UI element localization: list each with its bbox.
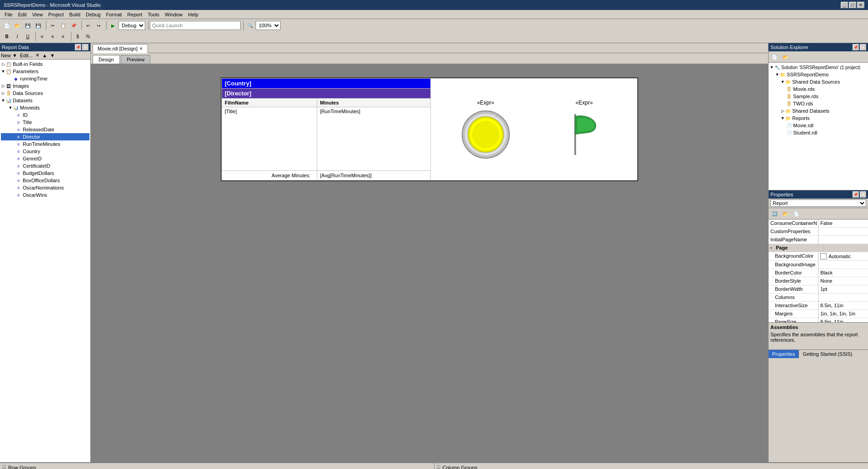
menu-file[interactable]: File xyxy=(2,11,15,18)
gauge2-label: «Expr» xyxy=(576,100,593,106)
menu-report[interactable]: Report xyxy=(124,11,145,18)
preview-tab[interactable]: Preview xyxy=(121,55,150,64)
tree-field-country[interactable]: ≡Country xyxy=(1,148,89,155)
menu-help[interactable]: Help xyxy=(185,11,201,18)
prop-pages-btn[interactable]: 📄 xyxy=(791,209,801,218)
sol-toolbar-btn2[interactable]: 📂 xyxy=(780,52,790,61)
title-bar-buttons[interactable]: _ □ ✕ xyxy=(841,2,864,8)
tree-field-certificateid[interactable]: ≡CertificateID xyxy=(1,162,89,170)
format-currency[interactable]: $ xyxy=(73,32,83,41)
tree-field-oscarnominations[interactable]: ≡OscarNominations xyxy=(1,184,89,191)
menu-project[interactable]: Project xyxy=(45,11,66,18)
tree-field-budgetdollars[interactable]: ≡BudgetDollars xyxy=(1,170,89,177)
align-right[interactable]: ≡ xyxy=(58,32,68,41)
expand-icon: ▷ xyxy=(1,62,5,66)
menu-view[interactable]: View xyxy=(30,11,46,18)
tree-report-student[interactable]: 📄 Student.rdl xyxy=(769,129,867,136)
zoom-fit[interactable]: 🔍 xyxy=(245,21,255,30)
tree-field-releaseddate[interactable]: ≡ReleasedDate xyxy=(1,126,89,133)
undo-button[interactable]: ↩ xyxy=(83,21,93,30)
tree-datasets[interactable]: ▼ 📊 Datasets xyxy=(1,97,89,104)
tree-reports[interactable]: ▼ 📁 Reports xyxy=(769,115,867,122)
design-canvas[interactable]: [Country] «Expr» xyxy=(91,64,768,462)
menu-format[interactable]: Format xyxy=(104,11,125,18)
redo-button[interactable]: ↪ xyxy=(94,21,104,30)
properties-tab[interactable]: Properties xyxy=(769,350,799,358)
debug-dropdown[interactable]: Debug xyxy=(118,21,145,30)
sol-toolbar-btn1[interactable]: 📄 xyxy=(769,52,779,61)
tree-runningtime[interactable]: ◆ runningTime xyxy=(1,75,89,82)
properties-table: ConsumeContainerN False CustomProperties… xyxy=(769,220,868,322)
tree-ds-sample[interactable]: 🗄 Sample.rds xyxy=(769,93,867,100)
prop-close-button[interactable]: ✕ xyxy=(860,191,866,198)
save-button[interactable]: 💾 xyxy=(23,21,33,30)
sol-close-button[interactable]: ✕ xyxy=(860,44,866,50)
tree-project[interactable]: ▼ 📁 SSRSReportDemo xyxy=(769,71,867,78)
runtimeminutes-cell: [RunTimeMinutes] xyxy=(317,107,430,171)
tree-field-oscarwins[interactable]: ≡OscarWins xyxy=(1,191,89,199)
tree-solution[interactable]: ▼ 🔧 Solution 'SSRSReportDemo' (1 project… xyxy=(769,64,867,71)
italic-button[interactable]: I xyxy=(12,32,22,41)
tree-field-runtimeminutes[interactable]: ≡RunTimeMinutes xyxy=(1,140,89,148)
move-up-button[interactable]: ▲ xyxy=(42,53,47,58)
copy-button[interactable]: 📋 xyxy=(58,21,68,30)
design-tab[interactable]: Design xyxy=(93,55,120,64)
field-icon: ≡ xyxy=(15,185,22,191)
tree-parameters[interactable]: ▼ 📋 Parameters xyxy=(1,68,89,75)
bold-button[interactable]: B xyxy=(2,32,12,41)
tab-close-icon[interactable]: ✕ xyxy=(139,46,143,51)
sol-pin-button[interactable]: 📌 xyxy=(853,44,859,50)
menu-debug[interactable]: Debug xyxy=(83,11,103,18)
maximize-button[interactable]: □ xyxy=(849,2,856,8)
tree-ds-two[interactable]: 🗄 TWO.rds xyxy=(769,100,867,107)
main-container: Report Data 📌 ✕ New ▼ Edit... ✕ ▲ ▼ ▷ 📋 … xyxy=(0,43,868,462)
tree-builtin-fields[interactable]: ▷ 📋 Built-in Fields xyxy=(1,60,89,68)
tree-movieids[interactable]: ▼ 📊 Movieids xyxy=(1,104,89,111)
properties-object-select[interactable]: Report xyxy=(770,200,866,207)
format-percent[interactable]: % xyxy=(83,32,93,41)
prop-pin-button[interactable]: 📌 xyxy=(853,191,859,198)
menu-window[interactable]: Window xyxy=(162,11,185,18)
align-center[interactable]: ≡ xyxy=(48,32,58,41)
minimize-button[interactable]: _ xyxy=(841,2,848,8)
tree-images[interactable]: ▷ 🖼 Images xyxy=(1,82,89,90)
tab-movie-rdl[interactable]: Movie.rdl [Design] ✕ xyxy=(93,44,148,53)
tree-report-movie[interactable]: 📄 Movie.rdl xyxy=(769,122,867,129)
tree-datasources[interactable]: ▷ 🗄 Data Sources xyxy=(1,90,89,97)
edit-item-button[interactable]: Edit... xyxy=(20,53,33,58)
move-down-button[interactable]: ▼ xyxy=(50,53,55,58)
tree-field-title[interactable]: ≡Title xyxy=(1,119,89,126)
panel-pin-button[interactable]: 📌 xyxy=(75,44,81,50)
open-button[interactable]: 📂 xyxy=(12,21,22,30)
toolbar-row-1: 📄 📂 💾 💾 ✂ 📋 📌 ↩ ↪ ▶ Debug 🔍 100% xyxy=(0,20,868,31)
tree-field-id[interactable]: ≡ID xyxy=(1,111,89,119)
tree-field-director[interactable]: ≡Director xyxy=(1,133,89,140)
tree-field-genreid[interactable]: ≡GenreID xyxy=(1,155,89,162)
report-table: [Country] «Expr» xyxy=(222,78,637,180)
close-button[interactable]: ✕ xyxy=(857,2,864,8)
field-icon: ≡ xyxy=(15,112,22,118)
save-all-button[interactable]: 💾 xyxy=(33,21,43,30)
getting-started-tab[interactable]: Getting Started (SSIS) xyxy=(799,350,856,358)
delete-item-button[interactable]: ✕ xyxy=(35,52,39,58)
menu-edit[interactable]: Edit xyxy=(15,11,30,18)
tree-shared-ds[interactable]: ▼ 📁 Shared Data Sources xyxy=(769,78,867,85)
tree-shared-datasets[interactable]: ▷ 📁 Shared Datasets xyxy=(769,107,867,115)
start-button[interactable]: ▶ xyxy=(108,21,118,30)
menu-tools[interactable]: Tools xyxy=(145,11,162,18)
report-data-tree: ▷ 📋 Built-in Fields ▼ 📋 Parameters ◆ run… xyxy=(0,60,90,462)
new-item-button[interactable]: New ▼ xyxy=(1,53,17,58)
zoom-dropdown[interactable]: 100% xyxy=(256,21,281,30)
menu-build[interactable]: Build xyxy=(67,11,83,18)
new-button[interactable]: 📄 xyxy=(2,21,12,30)
align-left[interactable]: ≡ xyxy=(37,32,47,41)
prop-sort-btn[interactable]: 🔤 xyxy=(769,209,779,218)
paste-button[interactable]: 📌 xyxy=(69,21,79,30)
tree-ds-movie[interactable]: 🗄 Movie.rds xyxy=(769,85,867,93)
cut-button[interactable]: ✂ xyxy=(48,21,58,30)
prop-category-btn[interactable]: 📂 xyxy=(780,209,790,218)
search-input[interactable] xyxy=(150,21,241,30)
panel-close-button[interactable]: ✕ xyxy=(82,44,89,50)
tree-field-boxofficedollars[interactable]: ≡BoxOfficeDollars xyxy=(1,177,89,184)
underline-button[interactable]: U xyxy=(23,32,33,41)
